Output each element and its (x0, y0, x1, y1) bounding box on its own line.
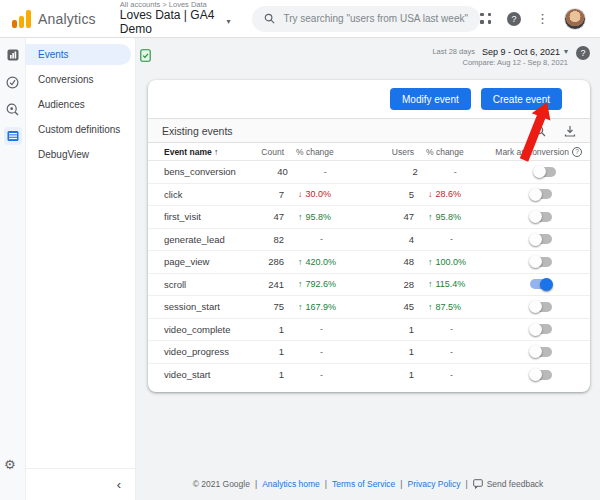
toggle-knob (529, 300, 542, 313)
event-name: video_progress (148, 346, 232, 357)
arrow-up-icon: ↑ (428, 302, 433, 312)
admin-gear-icon[interactable]: ⚙ (4, 457, 16, 472)
users-change: - (414, 324, 492, 334)
event-users: 1 (362, 369, 414, 380)
toggle-knob (529, 345, 542, 358)
explore-icon[interactable] (4, 100, 22, 118)
conversion-toggle[interactable] (534, 167, 556, 177)
arrow-up-icon: ↑ (298, 279, 303, 289)
conversion-toggle[interactable] (530, 212, 552, 222)
chevron-down-icon: ▾ (226, 18, 230, 27)
download-icon[interactable] (564, 125, 576, 137)
conversion-toggle[interactable] (530, 324, 552, 334)
table-header-row: Event name ↑ Count % change Users % chan… (148, 143, 590, 161)
date-help-icon[interactable]: ? (576, 46, 590, 60)
table-search-icon[interactable] (534, 125, 546, 137)
help-icon[interactable]: ? (507, 12, 521, 26)
count-change: - (284, 324, 362, 334)
home-icon[interactable] (4, 46, 22, 64)
sidebar-item-custom-definitions[interactable]: Custom definitions (26, 119, 131, 140)
column-users-change: % change (414, 147, 492, 157)
count-change: - (284, 347, 362, 357)
event-users: 48 (362, 256, 414, 267)
collapse-nav-icon[interactable]: ‹ (117, 477, 121, 492)
users-change: ↓28.6% (414, 189, 492, 199)
users-change: ↑100.0% (414, 257, 492, 267)
conversion-toggle[interactable] (530, 279, 552, 289)
sidebar-item-debugview[interactable]: DebugView (26, 144, 131, 165)
toggle-knob (540, 278, 553, 291)
arrow-up-icon: ↑ (298, 257, 303, 267)
conversion-toggle[interactable] (530, 234, 552, 244)
event-users: 5 (362, 189, 414, 200)
table-row: generate_lead 82 - 4 - (148, 229, 590, 252)
event-users: 1 (362, 346, 414, 357)
event-name: bens_conversion (148, 166, 236, 177)
toggle-knob (529, 255, 542, 268)
arrow-down-icon: ↓ (298, 189, 303, 199)
column-event-name[interactable]: Event name ↑ (148, 147, 232, 157)
date-range-picker[interactable]: Last 28 days Sep 9 - Oct 6, 2021 ▾ (432, 46, 568, 58)
conversion-toggle[interactable] (530, 189, 552, 199)
sidenav-footer: ‹ (26, 468, 135, 500)
table-row: video_complete 1 - 1 - (148, 319, 590, 342)
column-users: Users (362, 147, 414, 157)
conversion-toggle[interactable] (530, 370, 552, 380)
search-input[interactable]: Try searching "users from USA last week" (252, 6, 480, 32)
configure-icon[interactable] (4, 127, 22, 145)
toggle-knob (529, 323, 542, 336)
sidebar-item-events[interactable]: Events (26, 44, 131, 65)
arrow-down-icon: ↓ (428, 189, 433, 199)
event-name: scroll (148, 279, 232, 290)
sort-asc-icon: ↑ (214, 147, 218, 157)
app-name: Analytics (38, 11, 96, 27)
link-terms-of-service[interactable]: Terms of Service (332, 479, 395, 489)
analytics-logo[interactable]: Analytics (0, 10, 106, 28)
table-row: first_visit 47 ↑95.8% 47 ↑95.8% (148, 206, 590, 229)
send-feedback[interactable]: Send feedback (473, 479, 544, 489)
top-app-bar: Analytics All accounts > Loves Data Love… (0, 0, 600, 38)
existing-events-card: Modify event Create event Existing event… (148, 80, 590, 392)
link-privacy-policy[interactable]: Privacy Policy (408, 479, 461, 489)
count-change: ↑792.6% (284, 279, 362, 289)
conversion-toggle[interactable] (530, 347, 552, 357)
apps-grid-icon[interactable] (480, 13, 492, 25)
table-row: video_start 1 - 1 - (148, 364, 590, 387)
ga4-events-page: Analytics All accounts > Loves Data Love… (0, 0, 600, 500)
event-users: 45 (362, 301, 414, 312)
create-event-button[interactable]: Create event (481, 88, 562, 110)
compare-range: Compare: Aug 12 - Sep 8, 2021 (432, 58, 568, 68)
link-analytics-home[interactable]: Analytics home (262, 479, 320, 489)
chevron-down-icon: ▾ (564, 47, 568, 58)
avatar[interactable] (564, 8, 586, 30)
event-name: first_visit (148, 211, 232, 222)
count-change: - (284, 370, 362, 380)
table-row: session_start 75 ↑167.9% 45 ↑87.5% (148, 296, 590, 319)
arrow-up-icon: ↑ (298, 302, 303, 312)
event-count: 7 (232, 189, 284, 200)
overflow-menu-icon[interactable]: ⋮ (536, 11, 549, 26)
count-change: - (288, 167, 366, 177)
conversion-toggle[interactable] (530, 257, 552, 267)
users-change: - (418, 167, 496, 177)
arrow-up-icon: ↑ (298, 212, 303, 222)
arrow-up-icon: ↑ (428, 279, 433, 289)
event-users: 4 (362, 234, 414, 245)
conversion-help-icon[interactable]: ? (572, 147, 582, 157)
modify-event-button[interactable]: Modify event (390, 88, 471, 110)
event-count: 241 (232, 279, 284, 290)
users-change: ↑115.4% (414, 279, 492, 289)
property-selector[interactable]: Loves Data | GA4 Demo ▾ (120, 9, 231, 35)
conversion-toggle[interactable] (530, 302, 552, 312)
reports-icon[interactable] (4, 73, 22, 91)
event-name: page_view (148, 256, 232, 267)
sidebar-item-conversions[interactable]: Conversions (26, 69, 131, 90)
count-change: ↑420.0% (284, 257, 362, 267)
event-count: 1 (232, 369, 284, 380)
table-row: scroll 241 ↑792.6% 28 ↑115.4% (148, 274, 590, 297)
users-change: - (414, 234, 492, 244)
event-name: generate_lead (148, 234, 232, 245)
sidebar-item-audiences[interactable]: Audiences (26, 94, 131, 115)
column-count: Count (232, 147, 284, 157)
feedback-icon (473, 479, 483, 489)
